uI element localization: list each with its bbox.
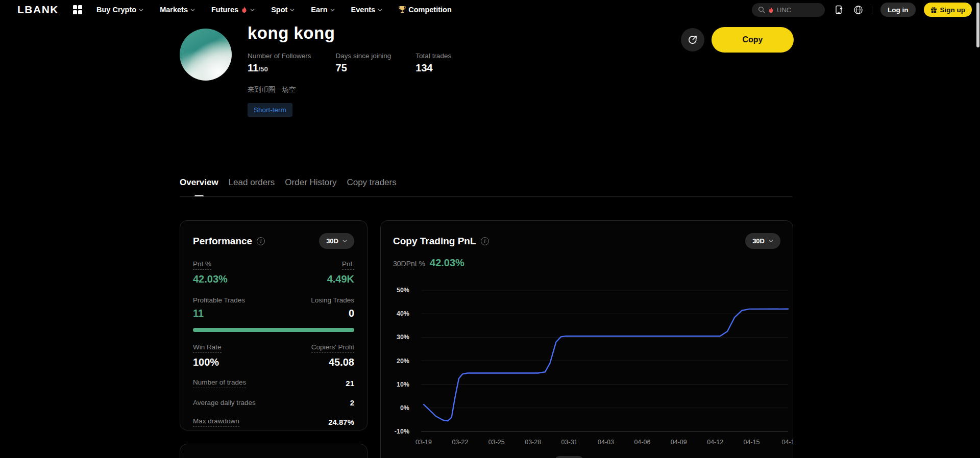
chevron-down-icon: [342, 239, 347, 243]
performance-period-select[interactable]: 30D: [319, 233, 354, 249]
max-drawdown-row: Max drawdown 24.87%: [193, 417, 354, 427]
number-of-trades-row: Number of trades 21: [193, 378, 354, 388]
losing-trades-stat: Losing Trades 0: [311, 296, 354, 319]
svg-text:0%: 0%: [400, 404, 409, 412]
stat-total-trades: Total trades 134: [415, 52, 451, 74]
chevron-down-icon: [769, 239, 773, 243]
flame-icon: [241, 6, 248, 13]
win-loss-progress-bar: [193, 328, 354, 332]
svg-text:30%: 30%: [397, 334, 409, 341]
svg-text:10%: 10%: [397, 381, 409, 388]
nav-item-buy-crypto[interactable]: Buy Crypto: [96, 6, 143, 14]
lbank-logo[interactable]: LBANK: [17, 4, 59, 16]
pnl-period-select[interactable]: 30D: [745, 233, 780, 249]
chevron-down-icon: [378, 8, 382, 12]
nav-item-earn[interactable]: Earn: [311, 6, 334, 14]
apps-grid-icon[interactable]: [73, 5, 82, 14]
search-input[interactable]: UNC: [752, 3, 825, 17]
pnl-chart-title: Copy Trading PnL: [393, 236, 476, 247]
win-rate-stat: Win Rate 100%: [193, 343, 222, 368]
scrollbar[interactable]: [976, 0, 980, 458]
info-icon[interactable]: i: [257, 237, 265, 245]
pnl-line-chart: 50%40%30%20%10%0%-10%03-1903-2203-2503-2…: [381, 221, 793, 458]
nav-item-spot[interactable]: Spot: [271, 6, 295, 14]
divider: [872, 6, 872, 14]
chart-bottom-pill[interactable]: [554, 456, 584, 458]
scrollbar-thumb[interactable]: [976, 3, 979, 47]
chevron-down-icon: [330, 8, 335, 12]
search-icon: [758, 6, 765, 13]
search-trending-term: UNC: [777, 6, 791, 14]
share-icon: [688, 35, 698, 45]
pnl-stat: PnL 4.49K: [327, 260, 354, 285]
nav-item-competition[interactable]: Competition: [399, 6, 452, 14]
stat-followers: Number of Followers 11/50: [248, 52, 311, 74]
stat-days-joined: Days since joining 75: [336, 52, 391, 74]
page: LBANK Buy Crypto Markets Futures Spot: [0, 0, 980, 458]
profile-info: kong kong Number of Followers 11/50 Days…: [248, 23, 451, 117]
nav-item-futures[interactable]: Futures: [211, 6, 255, 14]
profile-bio: 来到币圈一场空: [248, 85, 451, 94]
trader-style-badge: Short-term: [248, 103, 292, 117]
top-nav: LBANK Buy Crypto Markets Futures Spot: [0, 0, 980, 19]
profile-stats: Number of Followers 11/50 Days since joi…: [248, 52, 451, 74]
svg-text:03-25: 03-25: [488, 439, 505, 446]
svg-text:04-03: 04-03: [598, 439, 614, 446]
profitable-trades-stat: Profitable Trades 11: [193, 296, 245, 319]
copy-button[interactable]: Copy: [712, 27, 794, 53]
gift-icon: [930, 7, 937, 13]
svg-text:03-19: 03-19: [415, 439, 432, 446]
performance-title: Performance: [193, 236, 252, 247]
pnl-subtitle-label: 30DPnL%: [393, 260, 425, 268]
login-button[interactable]: Log in: [880, 3, 916, 17]
signup-button[interactable]: Sign up: [924, 3, 972, 17]
average-daily-trades-row: Average daily trades 2: [193, 398, 354, 407]
nav-item-events[interactable]: Events: [351, 6, 383, 14]
info-icon[interactable]: i: [481, 237, 489, 245]
svg-text:50%: 50%: [397, 287, 409, 294]
copiers-profit-stat: Copiers' Profit 45.08: [311, 343, 354, 368]
svg-text:40%: 40%: [397, 310, 409, 317]
trending-flame-icon: [768, 7, 774, 13]
svg-text:20%: 20%: [397, 358, 409, 365]
svg-text:04-15: 04-15: [744, 439, 760, 446]
svg-text:04-06: 04-06: [634, 439, 650, 446]
profile-actions: Copy: [681, 27, 794, 53]
language-globe-icon[interactable]: [852, 4, 864, 15]
page-title: kong kong: [248, 23, 451, 43]
avatar: [180, 29, 232, 81]
app-download-icon[interactable]: [833, 4, 844, 15]
share-button[interactable]: [681, 28, 704, 52]
copy-trading-pnl-card: Copy Trading PnL i 30D 30DPnL% 42.03% 50…: [380, 220, 793, 458]
svg-text:03-28: 03-28: [525, 439, 541, 446]
performance-card: Performance i 30D PnL% 42.03% PnL 4.49K …: [180, 220, 368, 430]
divider: [180, 196, 793, 197]
svg-text:03-31: 03-31: [561, 439, 578, 446]
pnl-pct-stat: PnL% 42.03%: [193, 260, 228, 285]
trophy-icon: [399, 6, 406, 14]
svg-text:-10%: -10%: [395, 428, 409, 435]
svg-text:04-1: 04-1: [781, 439, 793, 446]
pnl-subtitle-value: 42.03%: [430, 257, 464, 269]
nav-menu: Buy Crypto Markets Futures Spot E: [96, 6, 452, 14]
svg-text:04-09: 04-09: [671, 439, 687, 446]
nav-item-markets[interactable]: Markets: [160, 6, 195, 14]
chevron-down-icon: [139, 8, 143, 12]
svg-text:04-12: 04-12: [707, 439, 723, 446]
svg-text:03-22: 03-22: [452, 439, 468, 446]
chevron-down-icon: [290, 8, 295, 12]
chevron-down-icon: [250, 8, 255, 12]
next-card-partial: [180, 444, 368, 458]
chevron-down-icon: [190, 8, 195, 12]
